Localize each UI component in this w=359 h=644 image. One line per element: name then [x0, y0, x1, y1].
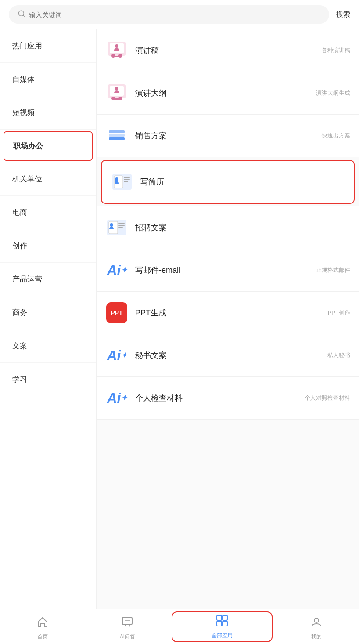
sidebar-item-hot[interactable]: 热门应用 [0, 29, 96, 63]
sales-title: 销售方案 [135, 130, 322, 141]
speech-text: 演讲稿 [135, 45, 322, 56]
email-subtitle: 正规格式邮件 [316, 266, 350, 274]
ai-qa-label: Ai问答 [120, 633, 135, 640]
search-icon [18, 10, 25, 19]
home-icon [36, 616, 49, 631]
list-item-checklist[interactable]: Ai✦ 个人检查材料 个人对照检查材料 [97, 377, 359, 420]
search-input-wrap[interactable] [9, 5, 329, 24]
search-button[interactable]: 搜索 [336, 10, 350, 19]
list-item-ppt[interactable]: PPT PPT生成 PPT创作 [97, 292, 359, 334]
content-list: 演讲稿 各种演讲稿 演讲大纲 演讲大纲生成 [97, 29, 359, 610]
outline-title: 演讲大纲 [135, 88, 316, 98]
resume-text: 写简历 [140, 177, 345, 187]
ppt-title: PPT生成 [135, 308, 328, 318]
svg-rect-26 [118, 223, 125, 224]
nav-item-mine[interactable]: 我的 [274, 613, 359, 640]
secretary-subtitle: 私人秘书 [327, 351, 350, 359]
sales-subtitle: 快速出方案 [322, 132, 350, 140]
sidebar-item-product[interactable]: 产品运营 [0, 263, 96, 296]
list-item-secretary[interactable]: Ai✦ 秘书文案 私人秘书 [97, 334, 359, 377]
checklist-icon: Ai✦ [105, 387, 128, 409]
svg-rect-20 [124, 177, 130, 178]
svg-rect-28 [118, 227, 123, 228]
resume-title: 写简历 [140, 177, 345, 187]
sidebar-item-copy[interactable]: 文案 [0, 329, 96, 363]
secretary-icon: Ai✦ [105, 344, 128, 367]
sidebar-item-study[interactable]: 学习 [0, 363, 96, 396]
sidebar: 热门应用 自媒体 短视频 职场办公 机关单位 电商 创作 产品运营 商务 文案 … [0, 29, 97, 610]
ppt-icon: PPT [105, 301, 128, 324]
sidebar-item-gov[interactable]: 机关单位 [0, 163, 96, 196]
speech-icon [105, 39, 128, 62]
sidebar-item-media[interactable]: 自媒体 [0, 63, 96, 96]
sidebar-item-biz[interactable]: 商务 [0, 296, 96, 329]
sales-text: 销售方案 [135, 130, 322, 141]
nav-item-ai-qa[interactable]: Ai问答 [85, 613, 170, 640]
secretary-text: 秘书文案 [135, 350, 327, 361]
svg-point-7 [115, 44, 118, 48]
svg-point-25 [110, 223, 113, 227]
sidebar-item-office[interactable]: 职场办公 [4, 131, 93, 161]
sidebar-item-create[interactable]: 创作 [0, 229, 96, 263]
svg-rect-6 [112, 56, 121, 57]
email-text: 写邮件-email [135, 265, 316, 275]
outline-subtitle: 演讲大纲生成 [316, 89, 350, 97]
svg-rect-33 [223, 615, 227, 620]
list-item-email[interactable]: Ai✦ 写邮件-email 正规格式邮件 [97, 249, 359, 292]
recruit-icon [105, 216, 128, 239]
speech-subtitle: 各种演讲稿 [322, 47, 350, 54]
email-icon: Ai✦ [105, 259, 128, 282]
svg-rect-35 [223, 621, 227, 626]
svg-rect-29 [122, 617, 132, 625]
svg-rect-16 [109, 137, 125, 140]
home-label: 首页 [37, 633, 48, 640]
nav-item-all-apps[interactable]: 全部应用 [172, 611, 273, 642]
list-item-outline[interactable]: 演讲大纲 演讲大纲生成 [97, 72, 359, 115]
svg-point-36 [314, 618, 319, 622]
list-item-recruit[interactable]: 招聘文案 [97, 206, 359, 249]
svg-rect-15 [109, 130, 125, 133]
apps-icon [215, 614, 229, 630]
outline-icon [105, 82, 128, 105]
search-input[interactable] [29, 11, 320, 18]
svg-rect-14 [109, 134, 125, 137]
list-item-sales[interactable]: 销售方案 快速出方案 [97, 115, 359, 157]
svg-rect-32 [217, 615, 222, 620]
svg-line-1 [23, 15, 24, 16]
svg-rect-34 [217, 621, 222, 626]
ppt-subtitle: PPT创作 [328, 309, 350, 317]
checklist-title: 个人检查材料 [135, 393, 305, 403]
outline-text: 演讲大纲 [135, 88, 316, 98]
nav-item-home[interactable]: 首页 [0, 613, 85, 640]
ppt-text: PPT生成 [135, 308, 328, 318]
resume-icon [111, 170, 133, 193]
chat-icon [121, 616, 133, 631]
svg-point-0 [18, 11, 24, 16]
sales-icon [105, 124, 128, 147]
list-item-speech[interactable]: 演讲稿 各种演讲稿 [97, 29, 359, 72]
svg-point-19 [115, 177, 118, 181]
svg-rect-12 [112, 98, 121, 100]
main-layout: 热门应用 自媒体 短视频 职场办公 机关单位 电商 创作 产品运营 商务 文案 … [0, 29, 359, 610]
mine-label: 我的 [311, 633, 322, 640]
sidebar-item-ecom[interactable]: 电商 [0, 196, 96, 229]
search-bar: 搜索 [0, 0, 359, 29]
all-apps-label: 全部应用 [212, 632, 233, 640]
svg-rect-27 [118, 225, 125, 226]
checklist-text: 个人检查材料 [135, 393, 305, 403]
user-icon [310, 616, 323, 631]
bottom-nav: 首页 Ai问答 全部应用 [0, 609, 359, 644]
checklist-subtitle: 个人对照检查材料 [305, 394, 350, 402]
email-title: 写邮件-email [135, 265, 316, 275]
list-item-resume[interactable]: 写简历 [101, 160, 355, 204]
svg-rect-22 [124, 181, 128, 182]
sidebar-item-shortvideo[interactable]: 短视频 [0, 96, 96, 130]
recruit-text: 招聘文案 [135, 222, 350, 233]
recruit-title: 招聘文案 [135, 222, 350, 233]
svg-point-13 [115, 87, 118, 90]
speech-title: 演讲稿 [135, 45, 322, 56]
secretary-title: 秘书文案 [135, 350, 327, 361]
svg-rect-21 [124, 179, 130, 180]
